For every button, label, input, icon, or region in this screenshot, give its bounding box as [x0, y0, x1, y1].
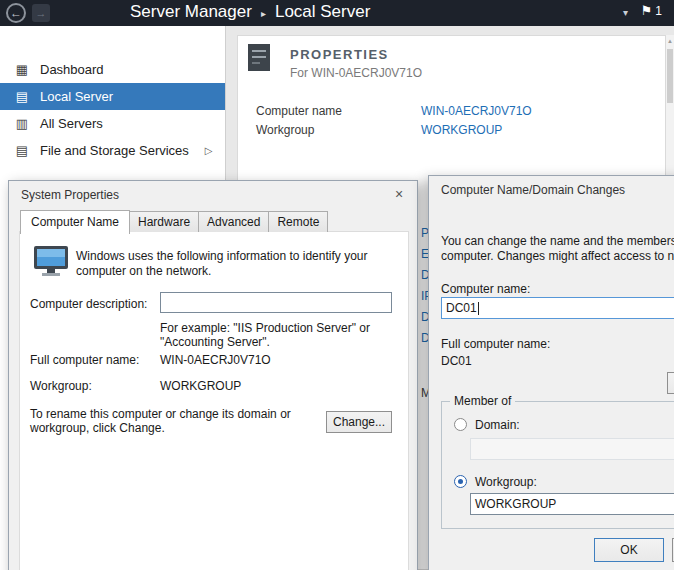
description-example-text: "Accounting Server".	[160, 335, 270, 349]
storage-icon: ▤	[14, 143, 30, 158]
rename-hint-text: To rename this computer or change its do…	[30, 407, 291, 421]
intro-text: computer. Changes might affect access to…	[441, 249, 674, 263]
system-properties-dialog: System Properties × Computer Name Hardwa…	[8, 180, 418, 570]
forward-arrow-icon: →	[36, 7, 47, 19]
page-title[interactable]: Local Server	[275, 2, 370, 22]
back-button[interactable]: ←	[6, 3, 26, 23]
intro-text: You can change the name and the membersh…	[441, 234, 674, 248]
panel-subtitle: For WIN-0AECRJ0V71O	[290, 66, 422, 80]
member-of-label: Member of	[450, 394, 515, 408]
computer-name-domain-changes-dialog: Computer Name/Domain Changes You can cha…	[428, 175, 674, 570]
scrollbar-thumb[interactable]	[667, 49, 673, 103]
chevron-down-icon[interactable]: ▾	[623, 7, 628, 18]
notification-count: 1	[655, 3, 662, 18]
dialog-title: Computer Name/Domain Changes	[441, 183, 625, 197]
sidebar-item-label: Local Server	[40, 89, 113, 104]
full-computer-name-value: DC01	[441, 354, 472, 368]
computer-name-tab-page: Windows uses the following information t…	[19, 231, 409, 570]
computer-name-label: Computer name	[256, 104, 342, 118]
computer-name-label: Computer name:	[441, 282, 530, 296]
description-example-text: For example: "IIS Production Server" or	[160, 321, 370, 335]
dashboard-icon: ▦	[14, 62, 30, 77]
dialog-title: System Properties	[21, 188, 119, 202]
topbar: ← → Server Manager ▸ Local Server ▾ ⚑ 1	[0, 0, 674, 26]
workgroup-input-value: WORKGROUP	[475, 497, 556, 511]
breadcrumb-separator-icon: ▸	[261, 6, 266, 19]
sidebar-item-all-servers[interactable]: ▥ All Servers	[0, 110, 225, 137]
monitor-icon	[33, 245, 71, 280]
servers-icon: ▥	[14, 116, 30, 131]
sidebar-item-label: Dashboard	[40, 62, 104, 77]
tab-strip: Computer Name Hardware Advanced Remote	[20, 211, 327, 232]
sidebar-item-file-storage-services[interactable]: ▤ File and Storage Services ▷	[0, 137, 225, 164]
notifications-button[interactable]: ⚑ 1	[641, 3, 662, 18]
app-title: Server Manager	[130, 2, 252, 22]
workgroup-input[interactable]: WORKGROUP	[470, 493, 674, 515]
server-manager-window: ← → Server Manager ▸ Local Server ▾ ⚑ 1 …	[0, 0, 674, 570]
tab-remote[interactable]: Remote	[268, 211, 328, 232]
breadcrumb: Server Manager ▸ Local Server	[130, 2, 370, 22]
chevron-right-icon: ▷	[205, 145, 213, 156]
text-caret	[478, 302, 479, 315]
server-tile-icon	[248, 44, 270, 75]
sidebar-item-label: File and Storage Services	[40, 143, 189, 158]
workgroup-link[interactable]: WORKGROUP	[421, 123, 502, 137]
workgroup-label: Workgroup:	[30, 379, 92, 393]
forward-button[interactable]: →	[32, 4, 50, 22]
change-button[interactable]: Change...	[326, 411, 392, 433]
member-of-groupbox: Member of Domain: Workgroup: WORKGROUP	[441, 401, 674, 529]
computer-description-input[interactable]	[160, 292, 392, 313]
workgroup-label: Workgroup	[256, 123, 314, 137]
scroll-up-icon[interactable]: ▲	[666, 35, 674, 47]
intro-text: Windows uses the following information t…	[76, 249, 396, 279]
workgroup-value: WORKGROUP	[160, 379, 241, 393]
tab-advanced[interactable]: Advanced	[198, 211, 269, 232]
domain-input-disabled[interactable]	[470, 438, 674, 460]
ok-button[interactable]: OK	[594, 538, 664, 562]
computer-name-link[interactable]: WIN-0AECRJ0V71O	[421, 104, 532, 118]
close-icon[interactable]: ×	[389, 185, 409, 203]
panel-title: PROPERTIES	[290, 47, 389, 62]
full-computer-name-label: Full computer name:	[441, 337, 550, 351]
rename-hint-text: workgroup, click Change.	[30, 421, 165, 435]
workgroup-radio-label: Workgroup:	[475, 475, 537, 489]
flag-icon: ⚑	[641, 3, 653, 18]
server-icon: ▤	[14, 89, 30, 104]
domain-radio[interactable]	[454, 418, 467, 431]
tab-computer-name[interactable]: Computer Name	[20, 210, 130, 234]
full-computer-name-value: WIN-0AECRJ0V71O	[160, 353, 271, 367]
sidebar-item-dashboard[interactable]: ▦ Dashboard	[0, 56, 225, 83]
workgroup-radio[interactable]	[454, 475, 467, 488]
full-computer-name-label: Full computer name:	[30, 353, 139, 367]
computer-description-label: Computer description:	[30, 297, 147, 311]
domain-radio-label: Domain:	[475, 418, 520, 432]
computer-name-input[interactable]: DC01	[441, 297, 674, 319]
back-arrow-icon: ←	[10, 6, 22, 20]
more-button-clipped[interactable]	[667, 372, 674, 394]
sidebar-item-label: All Servers	[40, 116, 103, 131]
sidebar-item-local-server[interactable]: ▤ Local Server	[0, 83, 225, 110]
computer-name-input-value: DC01	[446, 301, 477, 315]
tab-hardware[interactable]: Hardware	[129, 211, 199, 232]
